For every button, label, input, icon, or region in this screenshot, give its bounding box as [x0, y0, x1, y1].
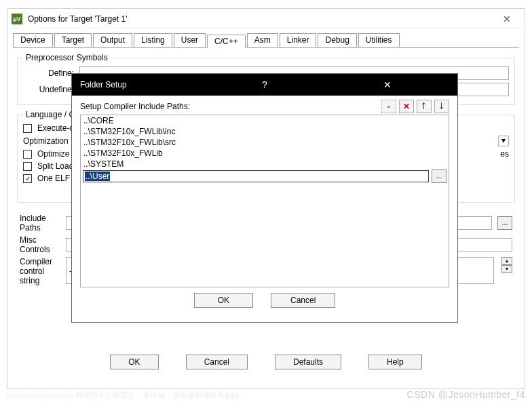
path-list[interactable]: ..\CORE ..\STM32F10x_FWLib\inc ..\STM32F… [80, 115, 449, 287]
window-title: Options for Target 'Target 1' [28, 14, 493, 24]
new-path-button[interactable]: ▫ [381, 100, 396, 113]
path-edit-input[interactable]: ..\User [83, 170, 429, 182]
tab-asm[interactable]: Asm [247, 33, 278, 47]
path-item[interactable]: ..\STM32F10x_FWLib\src [81, 137, 449, 148]
modal-ok-button[interactable]: OK [194, 293, 253, 308]
move-up-button[interactable]: 🡑 [417, 100, 432, 113]
delete-path-button[interactable]: ✕ [399, 100, 414, 113]
modal-button-row: OK Cancel [80, 293, 449, 308]
tab-linker[interactable]: Linker [280, 33, 317, 47]
scroll-down-icon[interactable]: ▾ [501, 265, 512, 273]
scroll-up-icon[interactable]: ▴ [501, 257, 512, 265]
delete-icon: ✕ [403, 102, 410, 111]
help-button[interactable]: Help [368, 355, 422, 369]
folder-setup-dialog: Folder Setup ? ✕ Setup Compiler Include … [71, 73, 458, 323]
tab-device[interactable]: Device [13, 33, 53, 47]
tab-target[interactable]: Target [54, 33, 92, 47]
help-icon[interactable]: ? [203, 79, 326, 90]
define-label: Define: [23, 68, 74, 78]
tab-user[interactable]: User [174, 33, 206, 47]
close-icon[interactable]: ✕ [493, 14, 520, 24]
titlebar: µV Options for Target 'Target 1' ✕ [7, 9, 525, 29]
defaults-button[interactable]: Defaults [275, 355, 341, 369]
opt-label: Optimization [23, 136, 69, 146]
tab-listing[interactable]: Listing [134, 33, 172, 47]
modal-titlebar: Folder Setup ? ✕ [72, 74, 457, 96]
tab-output[interactable]: Output [93, 33, 132, 47]
include-browse-button[interactable]: ... [497, 216, 512, 230]
modal-title-text: Folder Setup [80, 80, 203, 89]
tab-debug[interactable]: Debug [318, 33, 356, 47]
path-edit-row: ..\User ... [81, 169, 449, 183]
path-item[interactable]: ..\CORE [81, 115, 449, 126]
cc-string-scroll: ▴ ▾ [501, 257, 512, 273]
cc-string-label: Compiler control string [20, 257, 60, 285]
cancel-button[interactable]: Cancel [186, 355, 248, 369]
path-browse-button[interactable]: ... [432, 169, 446, 183]
move-down-button[interactable]: 🡓 [434, 100, 449, 113]
undefine-label: Undefine: [23, 85, 74, 94]
watermark: CSDN @JesonHumber_f4 [407, 389, 525, 400]
arrow-down-icon: 🡓 [438, 102, 446, 111]
tab-c-cpp[interactable]: C/C++ [207, 35, 246, 48]
path-item[interactable]: ..\SYSTEM [81, 159, 449, 169]
warnings-suffix: es [500, 149, 509, 159]
new-icon: ▫ [387, 102, 390, 111]
arrow-up-icon: 🡑 [420, 102, 428, 111]
include-paths-label: Include Paths [20, 214, 60, 233]
path-item[interactable]: ..\STM32F10x_FWLib [81, 148, 449, 159]
modal-cancel-button[interactable]: Cancel [271, 293, 335, 308]
misc-controls-label: Misc Controls [20, 235, 60, 254]
one-elf-checkbox[interactable] [23, 174, 32, 183]
tab-row: Device Target Output Listing User C/C++ … [7, 29, 525, 47]
split-checkbox[interactable] [23, 162, 32, 171]
path-item[interactable]: ..\STM32F10x_FWLib\inc [81, 126, 449, 137]
paths-label: Setup Compiler Include Paths: [80, 102, 379, 111]
modal-close-icon[interactable]: ✕ [326, 79, 449, 90]
ok-button[interactable]: OK [110, 355, 158, 369]
dropdown-arrow-icon[interactable]: ▾ [498, 136, 509, 146]
app-icon: µV [12, 14, 22, 24]
tab-utilities[interactable]: Utilities [358, 33, 400, 47]
watermark-footer: www.toymoban.com 网络图片仅供展示，非存储，如有侵权请联系删除。 [7, 390, 247, 401]
main-button-row: OK Cancel Defaults Help [13, 355, 519, 369]
opt-time-checkbox[interactable] [23, 150, 32, 159]
exec-checkbox[interactable] [23, 124, 32, 133]
preproc-legend: Preprocessor Symbols [23, 53, 111, 62]
